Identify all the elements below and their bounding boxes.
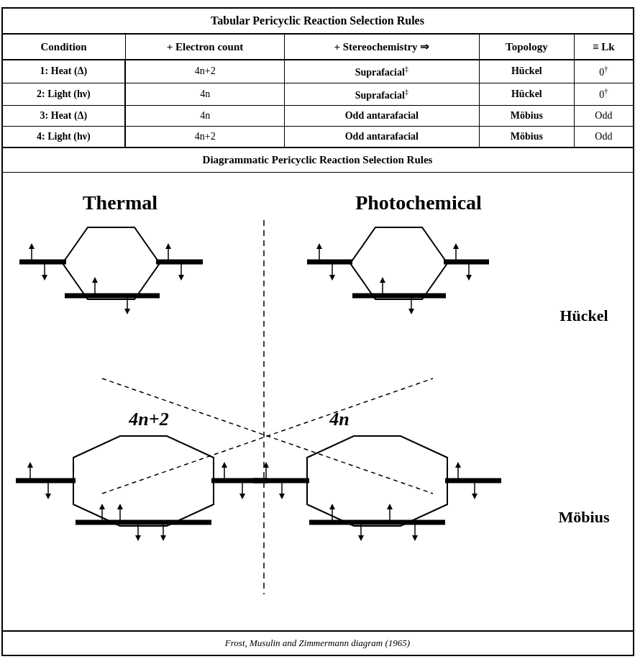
huckel-label: Hückel xyxy=(559,307,608,324)
col-header-stereo: + Stereochemistry ⇒ xyxy=(285,34,479,60)
photochemical-label: Photochemical xyxy=(355,191,482,214)
row4-condition: 4: Light (hν) xyxy=(2,127,126,148)
section2-title-row: Diagrammatic Pericyclic Reaction Selecti… xyxy=(2,147,634,173)
svg-marker-60 xyxy=(279,494,285,499)
svg-marker-18 xyxy=(124,309,130,314)
svg-marker-32 xyxy=(380,277,385,283)
svg-marker-13 xyxy=(178,275,184,281)
svg-marker-11 xyxy=(165,243,171,249)
header-row: Condition + Electron count + Stereochemi… xyxy=(2,34,634,60)
row3-lk: Odd xyxy=(575,106,634,127)
label-4n: 4n xyxy=(329,409,349,430)
table-row: 3: Heat (Δ) 4n Odd antarafacial Möbius O… xyxy=(2,106,634,127)
svg-marker-43 xyxy=(221,462,227,468)
section2-title: Diagrammatic Pericyclic Reaction Selecti… xyxy=(2,147,634,173)
row4-electron: 4n+2 xyxy=(125,127,285,148)
svg-marker-19 xyxy=(350,227,447,299)
svg-marker-38 xyxy=(27,462,33,468)
row1-stereo: Suprafacial‡ xyxy=(285,60,479,83)
mobius-label: Möbius xyxy=(558,508,609,526)
row2-stereo: Suprafacial‡ xyxy=(285,83,479,106)
col-header-lk: ≡ Lk xyxy=(575,34,634,60)
footer-text: Frost, Musulin and Zimmermann diagram (1… xyxy=(2,631,634,655)
svg-marker-65 xyxy=(472,494,478,499)
col-header-condition: Condition xyxy=(2,34,126,60)
col-header-topo: Topology xyxy=(479,34,575,60)
row2-electron: 4n xyxy=(125,83,285,106)
svg-marker-50 xyxy=(135,535,141,541)
row4-topo: Möbius xyxy=(479,127,575,148)
label-4n2: 4n+2 xyxy=(128,409,168,430)
svg-marker-16 xyxy=(92,277,98,283)
row1-topo: Hückel xyxy=(479,60,575,83)
svg-marker-6 xyxy=(29,243,35,249)
svg-marker-27 xyxy=(453,243,459,249)
svg-marker-24 xyxy=(329,275,335,281)
svg-marker-55 xyxy=(307,436,447,526)
svg-marker-35 xyxy=(73,436,214,526)
row2-condition: 2: Light (hν) xyxy=(2,83,126,106)
table-row: 2: Light (hν) 4n Suprafacial‡ Hückel 0† xyxy=(2,83,634,106)
diagram-container: Thermal Photochemical Hückel Möbius 4n+2… xyxy=(9,177,627,626)
diagram-row: Thermal Photochemical Hückel Möbius 4n+2… xyxy=(2,173,634,632)
table-title: Tabular Pericyclic Reaction Selection Ru… xyxy=(2,8,634,34)
svg-marker-52 xyxy=(117,504,123,509)
svg-marker-74 xyxy=(412,535,418,541)
row2-lk: 0† xyxy=(575,83,634,106)
row2-topo: Hückel xyxy=(479,83,575,106)
svg-marker-63 xyxy=(455,462,461,468)
row4-stereo: Odd antarafacial xyxy=(285,127,479,148)
svg-marker-72 xyxy=(387,504,393,509)
row3-electron: 4n xyxy=(125,106,285,127)
table-row: 4: Light (hν) 4n+2 Odd antarafacial Möbi… xyxy=(2,127,634,148)
col-header-electron: + Electron count xyxy=(125,34,285,60)
footer-row: Frost, Musulin and Zimmermann diagram (1… xyxy=(2,631,634,655)
diagram-svg: Thermal Photochemical Hückel Möbius 4n+2… xyxy=(9,177,627,623)
row4-lk: Odd xyxy=(575,127,634,148)
row1-lk: 0† xyxy=(575,60,634,83)
row1-condition: 1: Heat (Δ) xyxy=(2,60,126,83)
svg-marker-22 xyxy=(316,243,322,249)
svg-marker-34 xyxy=(408,309,414,314)
row1-condition-text: 1: Heat (Δ) xyxy=(40,65,88,76)
row3-stereo: Odd antarafacial xyxy=(285,106,479,127)
row3-condition: 3: Heat (Δ) xyxy=(2,106,126,127)
svg-marker-45 xyxy=(239,494,245,499)
row3-topo: Möbius xyxy=(479,106,575,127)
diagram-cell: Thermal Photochemical Hückel Möbius 4n+2… xyxy=(2,173,634,632)
thermal-label: Thermal xyxy=(82,191,157,214)
row1-electron: 4n+2 xyxy=(125,60,285,83)
svg-marker-68 xyxy=(329,504,335,509)
svg-marker-8 xyxy=(42,275,47,281)
svg-marker-3 xyxy=(63,227,160,299)
svg-marker-40 xyxy=(45,494,51,499)
title-row: Tabular Pericyclic Reaction Selection Ru… xyxy=(2,8,634,34)
svg-marker-54 xyxy=(160,535,166,541)
svg-marker-48 xyxy=(99,504,105,509)
svg-marker-70 xyxy=(358,535,364,541)
svg-marker-29 xyxy=(466,275,472,281)
table-row: 1: Heat (Δ) 4n+2 Suprafacial‡ Hückel 0† xyxy=(2,60,634,83)
